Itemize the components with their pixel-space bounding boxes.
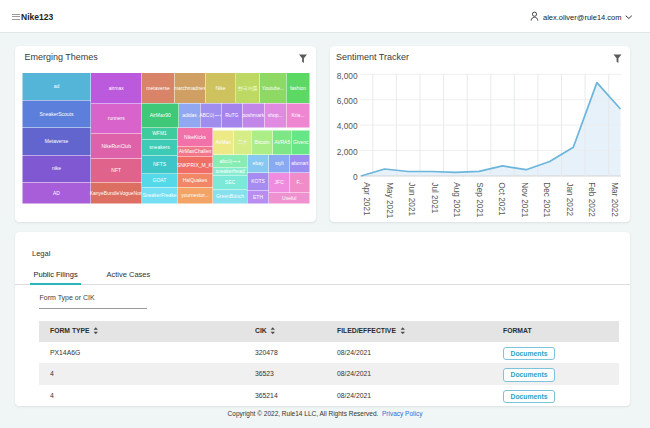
svg-text:6,000: 6,000 xyxy=(337,96,358,106)
svg-text:AirMax90: AirMax90 xyxy=(150,112,171,118)
svg-text:WFM1: WFM1 xyxy=(152,130,167,136)
svg-text:ad: ad xyxy=(54,83,60,89)
svg-text:NFT: NFT xyxy=(111,167,121,173)
svg-text:Apr 2021: Apr 2021 xyxy=(362,182,371,216)
svg-text:abonart: abonart xyxy=(291,160,309,166)
svg-text:Bitcoin: Bitcoin xyxy=(254,139,269,145)
svg-text:poshmark: poshmark xyxy=(242,112,264,118)
svg-text:Metaverse: Metaverse xyxy=(45,138,69,144)
svg-text:二十: 二十 xyxy=(238,139,248,145)
svg-text:Jan 2022: Jan 2022 xyxy=(565,182,574,216)
svg-text:Useful: Useful xyxy=(282,195,296,201)
svg-text:NikeKicks: NikeKicks xyxy=(184,134,206,140)
svg-text:SneakerScouts: SneakerScouts xyxy=(40,111,74,117)
svg-text:Kria...: Kria... xyxy=(291,112,304,118)
svg-text:ETH: ETH xyxy=(253,194,263,200)
svg-text:NFTS: NFTS xyxy=(153,161,167,167)
svg-text:nike: nike xyxy=(52,165,61,171)
svg-text:HalQuakes: HalQuakes xyxy=(183,177,208,183)
svg-text:SNKPRIX_M_KI: SNKPRIX_M_KI xyxy=(177,162,213,168)
svg-text:NikeRunClub: NikeRunClub xyxy=(101,143,131,149)
svg-text:Aug 2021: Aug 2021 xyxy=(452,182,461,218)
svg-text:Sep 2021: Sep 2021 xyxy=(475,182,484,218)
svg-text:fashion: fashion xyxy=(290,85,306,91)
svg-text:ABC마ー+: ABC마ー+ xyxy=(199,112,222,118)
svg-text:SEC: SEC xyxy=(225,179,236,185)
svg-text:metaverse: metaverse xyxy=(146,85,170,91)
svg-text:runners: runners xyxy=(108,115,125,121)
svg-text:KanyeBundleVogueNon: KanyeBundleVogueNon xyxy=(90,190,143,196)
svg-text:Givenc: Givenc xyxy=(293,139,309,145)
svg-text:RuTG: RuTG xyxy=(225,112,238,118)
svg-text:4,000: 4,000 xyxy=(337,121,358,131)
svg-text:F...: F... xyxy=(296,179,303,185)
svg-text:KOTS: KOTS xyxy=(251,178,265,184)
svg-text:AVRA5: AVRA5 xyxy=(274,139,290,145)
svg-text:Nike: Nike xyxy=(215,85,225,91)
svg-text:yournextor...: yournextor... xyxy=(181,192,209,198)
svg-text:Nov 2021: Nov 2021 xyxy=(520,182,529,217)
svg-text:adidas: adidas xyxy=(182,112,197,118)
svg-text:shop...: shop... xyxy=(268,112,283,118)
svg-text:한국어들: 한국어들 xyxy=(238,85,258,91)
svg-text:abc마ー+: abc마ー+ xyxy=(220,158,241,164)
svg-text:Feb 2022: Feb 2022 xyxy=(587,182,596,217)
svg-text:May 2021: May 2021 xyxy=(385,182,394,218)
svg-text:sneakers: sneakers xyxy=(149,144,170,150)
svg-text:SneakerFreake: SneakerFreake xyxy=(142,192,176,198)
svg-text:8,000: 8,000 xyxy=(337,71,358,81)
svg-text:0: 0 xyxy=(353,172,358,182)
svg-text:GreenBünch: GreenBünch xyxy=(216,193,244,199)
svg-text:GOAT: GOAT xyxy=(153,177,167,183)
svg-text:styli: styli xyxy=(275,160,284,166)
svg-text:AirMax: AirMax xyxy=(215,139,231,145)
svg-text:marchmadnes: marchmadnes xyxy=(174,85,206,91)
svg-text:AD: AD xyxy=(53,190,60,196)
svg-text:JFC: JFC xyxy=(275,179,285,185)
svg-text:sneakerhead: sneakerhead xyxy=(216,168,245,174)
svg-text:Jul 2021: Jul 2021 xyxy=(430,182,439,213)
svg-text:AirMaxChallen: AirMaxChallen xyxy=(179,148,212,154)
svg-text:Youtube...: Youtube... xyxy=(262,85,284,91)
svg-text:2,000: 2,000 xyxy=(337,147,358,157)
svg-text:Mar 2022: Mar 2022 xyxy=(610,182,619,217)
svg-text:Dec 2021: Dec 2021 xyxy=(542,182,551,217)
svg-text:Jun 2021: Jun 2021 xyxy=(407,182,416,216)
svg-text:airmax: airmax xyxy=(109,85,125,91)
svg-text:ebay: ebay xyxy=(253,160,264,166)
svg-text:Oct 2021: Oct 2021 xyxy=(497,182,506,216)
